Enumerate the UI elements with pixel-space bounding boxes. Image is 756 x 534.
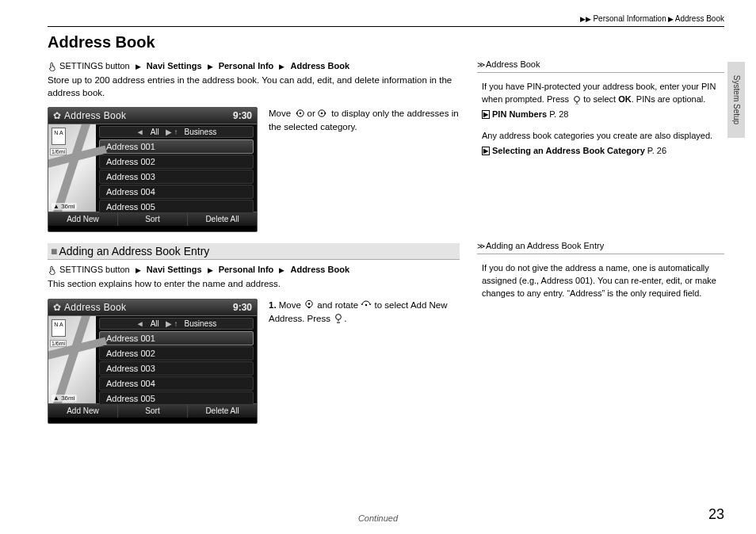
device-button: Delete All xyxy=(188,212,257,226)
gear-icon: ✿ xyxy=(53,110,61,121)
list-item: Address 003 xyxy=(99,170,254,184)
caption-text: Move or to display only the addresses in… xyxy=(269,107,460,232)
device-button: Sort xyxy=(118,212,188,226)
page-title: Address Book xyxy=(48,33,724,51)
device-screenshot: ✿Address Book 9:30 N A 1/6mi ▲ 36mi ◄All… xyxy=(48,107,258,232)
category-filter: ◄All▶ ↑Business xyxy=(99,126,254,138)
cross-ref: ▶Selecting an Address Book Category P. 2… xyxy=(482,145,723,158)
nav-path: SETTINGS button ▶ Navi Settings ▶ Person… xyxy=(48,61,460,71)
sub-intro: This section explains how to enter the n… xyxy=(48,278,460,291)
cross-ref: ▶PIN Numbers P. 28 xyxy=(482,109,723,121)
intro-text: Store up to 200 address entries in the a… xyxy=(48,74,460,99)
chevron-right-icon: ▶ xyxy=(668,15,674,23)
step-text: 1. Move and rotate to select Add New Add… xyxy=(269,299,460,424)
device-button: Add New xyxy=(48,212,118,226)
joystick-left-icon xyxy=(293,108,304,119)
clock: 9:30 xyxy=(233,110,252,121)
device-screenshot: ✿Address Book 9:30 N A 1/6mi ▲ 36mi ◄All… xyxy=(48,299,258,424)
select-button-icon xyxy=(571,95,581,105)
hand-icon xyxy=(48,62,57,71)
nav-path: SETTINGS button ▶ Navi Settings ▶ Person… xyxy=(48,265,460,275)
section-heading: ■Adding an Address Book Entry xyxy=(48,243,460,260)
section-tab: System Setup xyxy=(727,62,745,138)
continued-label: Continued xyxy=(48,513,708,523)
note-body: If you do not give the address a name, o… xyxy=(477,257,724,307)
joystick-right-icon xyxy=(318,108,329,119)
compass-icon: N A xyxy=(52,128,66,145)
note-body: If you have PIN-protected your address b… xyxy=(477,76,724,166)
list-item: Address 004 xyxy=(99,185,254,199)
map-thumbnail: N A 1/6mi ▲ 36mi xyxy=(48,316,96,403)
select-button-icon xyxy=(333,313,344,324)
chevron-right-icon: ▶▶ xyxy=(580,15,591,23)
joystick-down-icon xyxy=(304,299,315,311)
list-item: Address 001 xyxy=(99,139,254,154)
breadcrumb: ▶▶Personal Information▶Address Book xyxy=(48,14,724,26)
note-heading: ≫Address Book xyxy=(477,59,724,69)
dial-icon xyxy=(361,299,372,311)
note-heading: ≫Adding an Address Book Entry xyxy=(477,241,724,250)
page-number: 23 xyxy=(708,506,724,523)
map-thumbnail: N A 1/6mi ▲ 36mi xyxy=(48,124,96,212)
gear-icon: ✿ xyxy=(53,302,61,313)
list-item: Address 002 xyxy=(99,154,254,169)
hand-icon xyxy=(48,265,57,275)
